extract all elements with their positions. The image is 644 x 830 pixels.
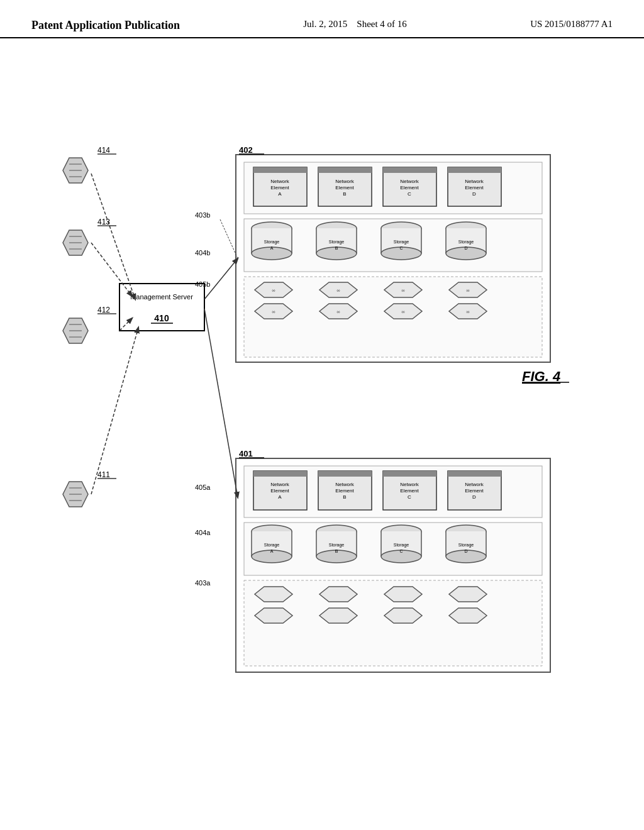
svg-text:A: A bbox=[270, 549, 274, 553]
svg-text:Element: Element bbox=[270, 488, 289, 494]
svg-rect-5 bbox=[253, 167, 307, 173]
svg-text:Storage: Storage bbox=[329, 240, 345, 245]
svg-text:Element: Element bbox=[400, 185, 419, 191]
sheet-info: Sheet 4 of 16 bbox=[357, 19, 407, 29]
svg-text:◊◊: ◊◊ bbox=[272, 310, 275, 314]
svg-text:Storage: Storage bbox=[264, 543, 280, 548]
svg-text:B: B bbox=[343, 494, 346, 500]
panel-upper-number: 402 bbox=[239, 145, 253, 155]
label-405b: 405b bbox=[195, 280, 210, 288]
svg-text:Network: Network bbox=[465, 179, 484, 184]
svg-text:Element: Element bbox=[400, 488, 419, 494]
label-411: 411 bbox=[97, 470, 110, 479]
svg-text:C: C bbox=[399, 246, 402, 250]
svg-text:A: A bbox=[278, 191, 282, 197]
svg-text:Storage: Storage bbox=[329, 543, 345, 548]
svg-text:◊◊: ◊◊ bbox=[337, 310, 340, 314]
svg-text:Network: Network bbox=[335, 179, 354, 184]
svg-text:Network: Network bbox=[400, 179, 419, 184]
svg-text:◊◊: ◊◊ bbox=[337, 289, 340, 292]
label-414: 414 bbox=[97, 146, 110, 155]
svg-text:Storage: Storage bbox=[394, 543, 409, 548]
svg-line-158 bbox=[220, 219, 238, 258]
label-404a: 404a bbox=[195, 529, 211, 536]
date: Jul. 2, 2015 bbox=[303, 19, 347, 29]
header-center: Jul. 2, 2015 Sheet 4 of 16 bbox=[303, 19, 407, 30]
svg-text:◊◊: ◊◊ bbox=[402, 310, 405, 314]
svg-text:Element: Element bbox=[465, 185, 484, 191]
svg-text:◊◊: ◊◊ bbox=[272, 289, 275, 292]
svg-text:Storage: Storage bbox=[394, 240, 409, 245]
patent-number: US 2015/0188777 A1 bbox=[530, 19, 613, 30]
diagram-svg: Network Element A Network Element B Netw… bbox=[0, 38, 644, 805]
svg-text:D: D bbox=[472, 191, 476, 197]
svg-text:Network: Network bbox=[270, 179, 289, 184]
svg-text:◊◊: ◊◊ bbox=[467, 289, 470, 292]
svg-text:Management Server: Management Server bbox=[130, 293, 193, 301]
svg-text:B: B bbox=[335, 246, 338, 250]
svg-text:B: B bbox=[343, 191, 346, 197]
svg-rect-20 bbox=[448, 167, 501, 173]
diagram-area: Network Element A Network Element B Netw… bbox=[0, 38, 644, 805]
svg-text:Network: Network bbox=[270, 482, 289, 487]
label-403b: 403b bbox=[195, 211, 210, 219]
svg-line-149 bbox=[91, 243, 132, 296]
svg-text:◊◊: ◊◊ bbox=[402, 289, 405, 292]
svg-text:D: D bbox=[464, 549, 467, 553]
svg-line-152 bbox=[204, 258, 238, 299]
svg-rect-78 bbox=[318, 471, 372, 477]
label-403a: 403a bbox=[195, 579, 211, 587]
svg-text:C: C bbox=[408, 494, 411, 500]
publication-title: Patent Application Publication bbox=[31, 19, 180, 32]
svg-text:Element: Element bbox=[335, 185, 354, 191]
label-404b: 404b bbox=[195, 249, 210, 257]
svg-text:A: A bbox=[270, 246, 274, 250]
svg-text:D: D bbox=[472, 494, 476, 500]
svg-text:◊◊: ◊◊ bbox=[467, 310, 470, 314]
label-405a: 405a bbox=[195, 484, 211, 491]
svg-text:410: 410 bbox=[154, 313, 169, 323]
svg-line-151 bbox=[91, 328, 138, 494]
svg-text:Network: Network bbox=[400, 482, 419, 487]
label-413: 413 bbox=[97, 218, 110, 226]
svg-text:Storage: Storage bbox=[264, 240, 280, 245]
svg-text:Element: Element bbox=[270, 185, 289, 191]
panel-lower-number: 401 bbox=[239, 449, 253, 458]
svg-line-148 bbox=[91, 174, 135, 299]
svg-text:C: C bbox=[408, 191, 411, 197]
svg-text:A: A bbox=[278, 494, 282, 500]
svg-text:Element: Element bbox=[465, 488, 484, 494]
svg-rect-73 bbox=[253, 471, 307, 477]
svg-text:Storage: Storage bbox=[458, 543, 474, 548]
svg-text:Storage: Storage bbox=[458, 240, 474, 245]
svg-text:Network: Network bbox=[335, 482, 354, 487]
svg-rect-83 bbox=[383, 471, 436, 477]
svg-text:B: B bbox=[335, 549, 338, 553]
svg-text:D: D bbox=[464, 246, 467, 250]
svg-rect-15 bbox=[383, 167, 436, 173]
svg-text:Element: Element bbox=[335, 488, 354, 494]
page-header: Patent Application Publication Jul. 2, 2… bbox=[0, 0, 644, 38]
svg-rect-88 bbox=[448, 471, 501, 477]
svg-line-153 bbox=[204, 309, 238, 497]
svg-text:Network: Network bbox=[465, 482, 484, 487]
label-412: 412 bbox=[97, 306, 110, 314]
svg-rect-10 bbox=[318, 167, 372, 173]
svg-text:C: C bbox=[399, 549, 402, 553]
